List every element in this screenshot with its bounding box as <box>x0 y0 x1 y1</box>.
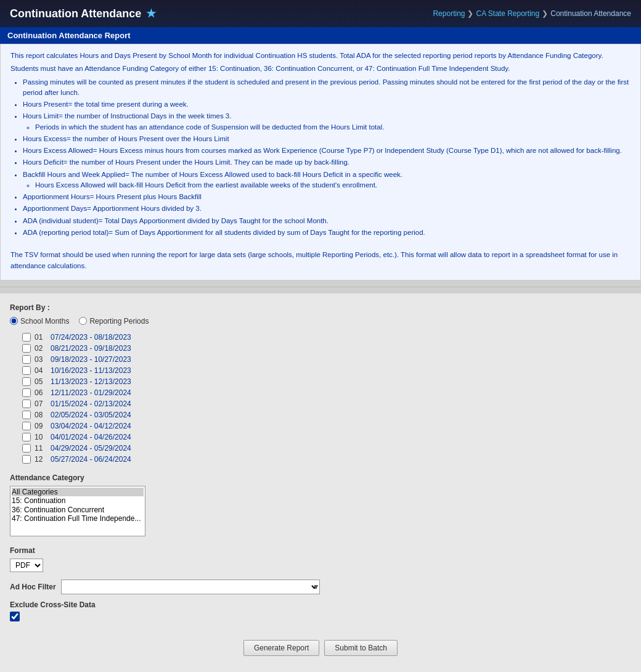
attendance-category-select[interactable]: All Categories15: Continuation36: Contin… <box>10 486 145 536</box>
month-checkbox-2[interactable] <box>22 344 31 353</box>
format-label: Format <box>10 546 631 555</box>
month-num-11: 11 <box>35 444 47 453</box>
bullet-9: Apportionment Days= Apportionment Hours … <box>23 203 631 214</box>
bullet-3: Hours Limit= the number of Instructional… <box>23 111 631 133</box>
month-checkbox-10[interactable] <box>22 433 31 441</box>
attendance-category-listbox[interactable]: All Categories15: Continuation36: Contin… <box>10 486 145 536</box>
month-item-1: 01 07/24/2023 - 08/18/2023 <box>22 333 631 342</box>
month-num-12: 12 <box>35 455 47 464</box>
bullet-4: Hours Excess= the number of Hours Presen… <box>23 134 631 144</box>
month-checkbox-9[interactable] <box>22 422 31 430</box>
month-item-8: 08 02/05/2024 - 03/05/2024 <box>22 411 631 419</box>
bullet-10: ADA (individual student)= Total Days App… <box>23 216 631 226</box>
month-checkbox-3[interactable] <box>22 355 31 364</box>
info-box: This report calculates Hours and Days Pr… <box>0 44 641 281</box>
month-num-7: 07 <box>35 400 47 408</box>
header: Continuation Attendance ★ Reporting ❯ CA… <box>0 0 641 27</box>
month-checkbox-6[interactable] <box>22 388 31 397</box>
month-item-7: 07 01/15/2024 - 02/13/2024 <box>22 400 631 408</box>
month-item-3: 03 09/18/2023 - 10/27/2023 <box>22 355 631 364</box>
bullet-5: Hours Excess Allowed= Hours Excess minus… <box>23 145 631 156</box>
month-num-5: 05 <box>35 377 47 386</box>
month-num-10: 10 <box>35 433 47 441</box>
generate-report-button[interactable]: Generate Report <box>243 640 319 656</box>
bullet-3-sub: Periods in which the student has an atte… <box>35 122 631 133</box>
radio-reporting-periods-input[interactable] <box>79 317 87 325</box>
bullet-11: ADA (reporting period total)= Sum of Day… <box>23 227 631 238</box>
breadcrumb-ca-state[interactable]: CA State Reporting <box>476 9 539 18</box>
radio-school-months[interactable]: School Months <box>10 317 69 326</box>
month-range-2: 08/21/2023 - 09/18/2023 <box>51 344 131 353</box>
month-item-12: 12 05/27/2024 - 06/24/2024 <box>22 455 631 464</box>
report-by-radio-group: School Months Reporting Periods <box>10 317 631 326</box>
report-by-label: Report By : <box>10 303 631 312</box>
month-range-3: 09/18/2023 - 10/27/2023 <box>51 355 131 364</box>
bullet-1: Passing minutes will be counted as prese… <box>23 77 631 99</box>
month-checkbox-8[interactable] <box>22 411 31 419</box>
bullet-7-sub: Hours Excess Allowed will back-fill Hour… <box>35 180 631 191</box>
tsv-note: The TSV format should be used when runni… <box>10 250 631 271</box>
radio-school-months-input[interactable] <box>10 317 18 325</box>
month-num-8: 08 <box>35 411 47 419</box>
breadcrumb-sep-1: ❯ <box>467 9 473 18</box>
buttons-row: Generate Report Submit to Batch <box>10 640 631 666</box>
exclude-cross-site-row: Exclude Cross-Site Data <box>10 600 631 621</box>
month-num-4: 04 <box>35 366 47 375</box>
bullet-6: Hours Deficit= the number of Hours Prese… <box>23 157 631 168</box>
month-item-9: 09 03/04/2024 - 04/12/2024 <box>22 422 631 430</box>
month-range-12: 05/27/2024 - 06/24/2024 <box>51 455 131 464</box>
title-text: Continuation Attendance <box>10 7 141 20</box>
adhoc-row: Ad Hoc Filter ▼ <box>10 580 631 594</box>
month-item-11: 11 04/29/2024 - 05/29/2024 <box>22 444 631 453</box>
month-checkbox-5[interactable] <box>22 377 31 386</box>
month-checkbox-12[interactable] <box>22 455 31 464</box>
months-list: 01 07/24/2023 - 08/18/2023 02 08/21/2023… <box>22 333 631 464</box>
month-item-2: 02 08/21/2023 - 09/18/2023 <box>22 344 631 353</box>
month-range-8: 02/05/2024 - 03/05/2024 <box>51 411 131 419</box>
content-area: Report By : School Months Reporting Peri… <box>0 293 641 672</box>
month-num-1: 01 <box>35 333 47 342</box>
breadcrumb-reporting[interactable]: Reporting <box>433 9 465 18</box>
submit-to-batch-button[interactable]: Submit to Batch <box>324 640 398 656</box>
radio-reporting-periods-label: Reporting Periods <box>89 317 149 326</box>
month-item-5: 05 11/13/2023 - 12/13/2023 <box>22 377 631 386</box>
month-range-6: 12/11/2023 - 01/29/2024 <box>51 388 131 397</box>
breadcrumb-sep-2: ❯ <box>542 9 548 18</box>
month-checkbox-1[interactable] <box>22 333 31 342</box>
format-select[interactable]: PDFTSV <box>10 559 43 572</box>
month-range-11: 04/29/2024 - 05/29/2024 <box>51 444 131 453</box>
month-range-10: 04/01/2024 - 04/26/2024 <box>51 433 131 441</box>
divider <box>0 287 641 287</box>
month-item-4: 04 10/16/2023 - 11/13/2023 <box>22 366 631 375</box>
month-item-6: 06 12/11/2023 - 01/29/2024 <box>22 388 631 397</box>
bullet-8: Apportionment Hours= Hours Present plus … <box>23 192 631 202</box>
bullet-7: Backfill Hours and Week Applied= The num… <box>23 170 631 191</box>
month-checkbox-11[interactable] <box>22 444 31 453</box>
month-checkbox-7[interactable] <box>22 400 31 408</box>
month-range-9: 03/04/2024 - 04/12/2024 <box>51 422 131 430</box>
page-title: Continuation Attendance ★ <box>10 7 156 20</box>
month-range-1: 07/24/2023 - 08/18/2023 <box>51 333 131 342</box>
exclude-checkbox[interactable] <box>10 612 20 621</box>
adhoc-select[interactable] <box>61 580 320 594</box>
month-range-7: 01/15/2024 - 02/13/2024 <box>51 400 131 408</box>
month-range-5: 11/13/2023 - 12/13/2023 <box>51 377 131 386</box>
month-num-2: 02 <box>35 344 47 353</box>
month-num-3: 03 <box>35 355 47 364</box>
section-title: Continuation Attendance Report <box>0 27 641 44</box>
bullet-2: Hours Present= the total time present du… <box>23 99 631 110</box>
month-num-6: 06 <box>35 388 47 397</box>
breadcrumb-current: Continuation Attendance <box>550 9 631 18</box>
info-desc1: This report calculates Hours and Days Pr… <box>10 51 631 61</box>
exclude-label: Exclude Cross-Site Data <box>10 600 631 609</box>
info-desc2: Students must have an Attendance Funding… <box>10 64 631 74</box>
month-item-10: 10 04/01/2024 - 04/26/2024 <box>22 433 631 441</box>
month-checkbox-4[interactable] <box>22 366 31 375</box>
adhoc-label: Ad Hoc Filter <box>10 583 56 591</box>
month-range-4: 10/16/2023 - 11/13/2023 <box>51 366 131 375</box>
star-icon[interactable]: ★ <box>146 7 156 20</box>
attendance-category-label: Attendance Category <box>10 473 631 482</box>
radio-school-months-label: School Months <box>20 317 69 326</box>
radio-reporting-periods[interactable]: Reporting Periods <box>79 317 149 326</box>
breadcrumb: Reporting ❯ CA State Reporting ❯ Continu… <box>433 9 631 18</box>
